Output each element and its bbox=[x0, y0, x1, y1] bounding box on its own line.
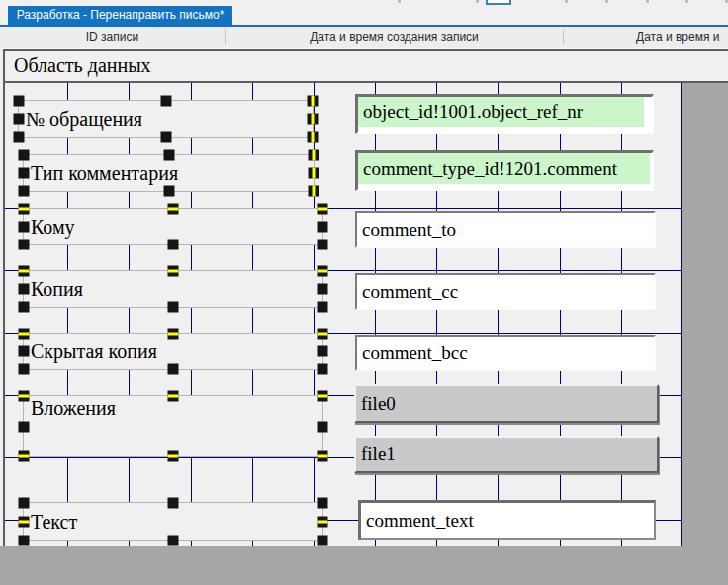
label-text: Скрытая копия bbox=[31, 334, 157, 369]
selection-handle-tm[interactable] bbox=[163, 150, 174, 161]
selection-handle-tr[interactable] bbox=[318, 329, 328, 340]
toolbar-icon-cutoff[interactable] bbox=[398, 0, 401, 3]
selection-handle-bl[interactable] bbox=[19, 240, 30, 250]
selection-handle-mr[interactable] bbox=[308, 114, 318, 125]
selection-handle-bl[interactable] bbox=[19, 302, 30, 313]
active-tool-icon[interactable] bbox=[486, 0, 511, 5]
selection-handle-bm[interactable] bbox=[160, 132, 171, 143]
xor-grid-mark bbox=[168, 208, 179, 211]
selection-handle-br[interactable] bbox=[308, 132, 318, 143]
selection-handle-tr[interactable] bbox=[318, 204, 328, 215]
selection-handle-mr[interactable] bbox=[318, 346, 328, 357]
outside-canvas-right bbox=[682, 83, 728, 546]
label-text-body[interactable]: Текст bbox=[23, 502, 323, 541]
label-bcc[interactable]: Скрытая копия bbox=[23, 333, 323, 370]
selection-handle-tm[interactable] bbox=[160, 96, 171, 107]
toolbar-icon-cutoff[interactable] bbox=[476, 0, 479, 3]
selection-handle-tl[interactable] bbox=[14, 96, 25, 107]
selection-handle-bm[interactable] bbox=[168, 240, 179, 250]
selection-handle-tl[interactable] bbox=[19, 498, 30, 509]
selection-handle-tm[interactable] bbox=[168, 266, 179, 277]
selection-handle-bl[interactable] bbox=[19, 364, 30, 375]
column-header-created[interactable]: Дата и время создания записи bbox=[226, 27, 563, 48]
selection-handle-br[interactable] bbox=[318, 536, 328, 546]
label-cc[interactable]: Копия bbox=[23, 270, 323, 308]
field-value: comment_to bbox=[357, 213, 654, 246]
selection-handle-br[interactable] bbox=[318, 364, 328, 375]
field-object-ref-nr[interactable]: object_id!1001.object_ref_nr bbox=[355, 94, 654, 134]
selection-handle-ml[interactable] bbox=[19, 346, 30, 357]
selection-handle-tl[interactable] bbox=[19, 391, 30, 402]
selection-handle-tr[interactable] bbox=[318, 266, 328, 277]
selection-handle-tr[interactable] bbox=[318, 391, 328, 402]
selection-handle-tm[interactable] bbox=[168, 329, 179, 340]
selection-handle-tl[interactable] bbox=[19, 204, 30, 215]
field-comment-text[interactable]: comment_text bbox=[358, 500, 656, 540]
selection-handle-bl[interactable] bbox=[14, 132, 25, 143]
xor-grid-mark bbox=[19, 395, 30, 398]
label-text: Вложения bbox=[31, 396, 116, 456]
selection-handle-tm[interactable] bbox=[168, 498, 179, 509]
xor-grid-mark bbox=[168, 395, 179, 398]
selection-handle-tm[interactable] bbox=[168, 391, 179, 402]
selection-handle-tr[interactable] bbox=[309, 150, 319, 161]
xor-grid-mark bbox=[168, 455, 179, 458]
xor-grid-mark bbox=[318, 270, 328, 273]
field-comment-type[interactable]: comment_type_id!1201.comment bbox=[355, 150, 654, 191]
xor-grid-mark bbox=[19, 455, 30, 458]
selection-handle-bl[interactable] bbox=[19, 186, 30, 197]
selection-handle-ml[interactable] bbox=[19, 517, 30, 528]
column-header-record-id[interactable]: ID записи bbox=[0, 27, 225, 48]
selection-handle-bm[interactable] bbox=[168, 536, 179, 546]
selection-handle-br[interactable] bbox=[309, 186, 319, 197]
label-attachments[interactable]: Вложения bbox=[23, 395, 323, 457]
selection-handle-br[interactable] bbox=[318, 240, 328, 250]
selection-handle-ml[interactable] bbox=[19, 168, 30, 179]
button-file0[interactable]: file0 bbox=[354, 384, 659, 423]
selection-handle-bm[interactable] bbox=[163, 186, 174, 197]
label-request-number[interactable]: № обращения bbox=[18, 100, 314, 138]
selection-handle-bl[interactable] bbox=[19, 451, 30, 462]
selection-handle-mr[interactable] bbox=[318, 284, 328, 295]
selection-handle-tr[interactable] bbox=[308, 96, 318, 107]
grid-line-vertical bbox=[191, 83, 192, 546]
field-comment-bcc[interactable]: comment_bcc bbox=[355, 335, 656, 371]
selection-handle-mr[interactable] bbox=[318, 517, 328, 528]
label-text: Тип комментария bbox=[31, 155, 178, 191]
column-header-modified[interactable]: Дата и время и bbox=[636, 27, 719, 48]
selection-handle-bm[interactable] bbox=[168, 451, 179, 462]
tab-development[interactable]: Разработка - Перенаправить письмо* bbox=[8, 6, 232, 25]
toolbar-icon-cutoff[interactable] bbox=[646, 0, 649, 3]
selection-handle-br[interactable] bbox=[318, 451, 328, 462]
selection-handle-mr[interactable] bbox=[309, 168, 319, 179]
selection-handle-br[interactable] bbox=[318, 302, 328, 313]
selection-handle-bl[interactable] bbox=[19, 536, 30, 546]
toolbar-icon-cutoff[interactable] bbox=[565, 0, 568, 3]
outside-canvas-bottom bbox=[0, 546, 728, 585]
selection-handle-ml[interactable] bbox=[19, 284, 30, 295]
selection-handle-ml[interactable] bbox=[19, 222, 30, 233]
selection-handle-tl[interactable] bbox=[19, 329, 30, 340]
button-file1[interactable]: file1 bbox=[354, 436, 659, 473]
selection-handle-bm[interactable] bbox=[168, 302, 179, 313]
selection-handle-tl[interactable] bbox=[19, 150, 30, 161]
selection-handle-mr[interactable] bbox=[318, 421, 328, 432]
selection-handle-tm[interactable] bbox=[168, 204, 179, 215]
toolbar-icon-cutoff[interactable] bbox=[605, 0, 608, 3]
grid-line-vertical bbox=[67, 83, 68, 546]
column-divider bbox=[563, 29, 564, 45]
toolbar-icon-cutoff[interactable] bbox=[685, 0, 688, 3]
field-value: comment_bcc bbox=[357, 337, 654, 369]
data-area-band[interactable]: Область данных bbox=[3, 49, 728, 83]
xor-grid-mark bbox=[318, 333, 328, 336]
selection-handle-tl[interactable] bbox=[19, 266, 30, 277]
label-comment-type[interactable]: Тип комментария bbox=[23, 154, 315, 192]
selection-handle-tr[interactable] bbox=[318, 498, 328, 509]
selection-handle-mr[interactable] bbox=[318, 222, 328, 233]
label-to[interactable]: Кому bbox=[23, 208, 323, 245]
selection-handle-bm[interactable] bbox=[168, 364, 179, 375]
selection-handle-ml[interactable] bbox=[14, 114, 25, 125]
selection-handle-ml[interactable] bbox=[19, 421, 30, 432]
field-comment-to[interactable]: comment_to bbox=[355, 211, 656, 248]
field-comment-cc[interactable]: comment_cc bbox=[355, 273, 656, 310]
